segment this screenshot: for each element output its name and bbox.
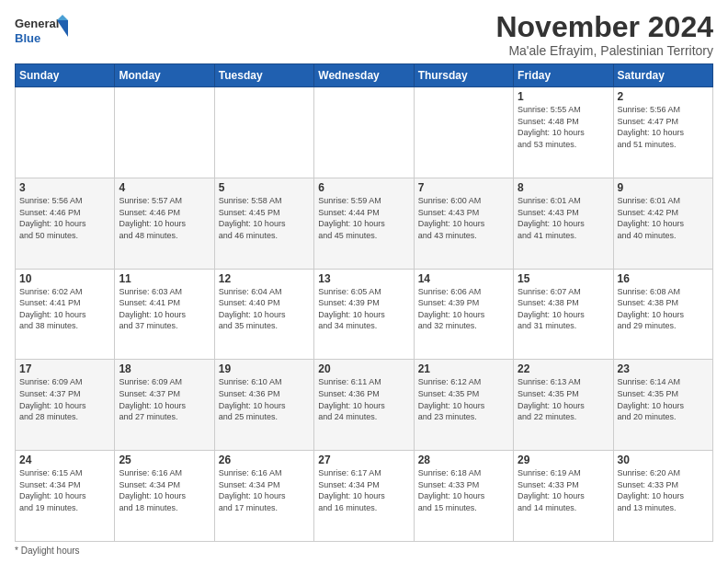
day-number: 9 [618,181,709,194]
logo-area: General Blue [15,11,70,52]
day-info: Sunrise: 6:05 AM Sunset: 4:39 PM Dayligh… [318,286,409,332]
table-row: 26Sunrise: 6:16 AM Sunset: 4:34 PM Dayli… [214,451,313,542]
day-number: 6 [318,181,409,194]
table-row: 20Sunrise: 6:11 AM Sunset: 4:36 PM Dayli… [314,360,414,451]
day-number: 2 [618,90,709,103]
svg-text:Blue: Blue [15,31,40,45]
col-thursday: Thursday [414,64,513,87]
day-info: Sunrise: 6:09 AM Sunset: 4:37 PM Dayligh… [119,376,210,422]
day-number: 12 [219,272,310,285]
col-friday: Friday [514,64,613,87]
day-info: Sunrise: 6:06 AM Sunset: 4:39 PM Dayligh… [418,286,509,332]
svg-text:General: General [15,17,59,30]
day-info: Sunrise: 6:02 AM Sunset: 4:41 PM Dayligh… [19,286,110,332]
day-info: Sunrise: 6:17 AM Sunset: 4:34 PM Dayligh… [318,467,409,513]
table-row: 21Sunrise: 6:12 AM Sunset: 4:35 PM Dayli… [414,360,513,451]
table-row: 1Sunrise: 5:55 AM Sunset: 4:48 PM Daylig… [514,87,613,178]
day-number: 3 [19,181,110,194]
table-row: 7Sunrise: 6:00 AM Sunset: 4:43 PM Daylig… [414,178,513,269]
day-number: 26 [219,454,310,466]
day-number: 7 [418,181,509,194]
day-number: 8 [518,181,609,194]
calendar-week-1: 1Sunrise: 5:55 AM Sunset: 4:48 PM Daylig… [16,87,713,178]
table-row: 18Sunrise: 6:09 AM Sunset: 4:37 PM Dayli… [115,360,214,451]
day-info: Sunrise: 6:15 AM Sunset: 4:34 PM Dayligh… [19,467,110,513]
table-row: 13Sunrise: 6:05 AM Sunset: 4:39 PM Dayli… [314,269,414,360]
day-info: Sunrise: 6:08 AM Sunset: 4:38 PM Dayligh… [618,286,709,332]
day-info: Sunrise: 5:58 AM Sunset: 4:45 PM Dayligh… [219,195,310,241]
day-info: Sunrise: 5:55 AM Sunset: 4:48 PM Dayligh… [518,104,609,150]
table-row: 29Sunrise: 6:19 AM Sunset: 4:33 PM Dayli… [514,451,613,542]
table-row: 19Sunrise: 6:10 AM Sunset: 4:36 PM Dayli… [214,360,313,451]
col-wednesday: Wednesday [314,64,414,87]
footer-note: * Daylight hours [15,546,713,556]
day-number: 1 [518,90,609,103]
day-info: Sunrise: 6:09 AM Sunset: 4:37 PM Dayligh… [19,376,110,422]
day-info: Sunrise: 6:16 AM Sunset: 4:34 PM Dayligh… [119,467,210,513]
day-number: 29 [518,454,609,466]
table-row: 12Sunrise: 6:04 AM Sunset: 4:40 PM Dayli… [214,269,313,360]
table-row: 16Sunrise: 6:08 AM Sunset: 4:38 PM Dayli… [613,269,712,360]
col-tuesday: Tuesday [214,64,313,87]
logo-icon: General Blue [15,11,70,48]
day-number: 30 [618,454,709,466]
day-info: Sunrise: 6:04 AM Sunset: 4:40 PM Dayligh… [219,286,310,332]
day-number: 19 [219,362,310,375]
calendar-week-4: 17Sunrise: 6:09 AM Sunset: 4:37 PM Dayli… [16,360,713,451]
day-number: 20 [318,362,409,375]
logo: General Blue [15,11,70,52]
table-row: 5Sunrise: 5:58 AM Sunset: 4:45 PM Daylig… [214,178,313,269]
day-info: Sunrise: 5:57 AM Sunset: 4:46 PM Dayligh… [119,195,210,241]
table-row: 17Sunrise: 6:09 AM Sunset: 4:37 PM Dayli… [16,360,115,451]
day-info: Sunrise: 6:18 AM Sunset: 4:33 PM Dayligh… [418,467,509,513]
table-row [414,87,513,178]
day-info: Sunrise: 6:19 AM Sunset: 4:33 PM Dayligh… [518,467,609,513]
day-info: Sunrise: 5:56 AM Sunset: 4:46 PM Dayligh… [19,195,110,241]
table-row: 9Sunrise: 6:01 AM Sunset: 4:42 PM Daylig… [613,178,712,269]
table-row: 4Sunrise: 5:57 AM Sunset: 4:46 PM Daylig… [115,178,214,269]
table-row: 23Sunrise: 6:14 AM Sunset: 4:35 PM Dayli… [613,360,712,451]
day-number: 23 [618,362,709,375]
table-row: 27Sunrise: 6:17 AM Sunset: 4:34 PM Dayli… [314,451,414,542]
day-info: Sunrise: 6:10 AM Sunset: 4:36 PM Dayligh… [219,376,310,422]
table-row: 30Sunrise: 6:20 AM Sunset: 4:33 PM Dayli… [613,451,712,542]
col-saturday: Saturday [613,64,712,87]
daylight-label: Daylight hours [21,546,80,556]
day-info: Sunrise: 6:14 AM Sunset: 4:35 PM Dayligh… [618,376,709,422]
calendar-week-3: 10Sunrise: 6:02 AM Sunset: 4:41 PM Dayli… [16,269,713,360]
day-info: Sunrise: 6:12 AM Sunset: 4:35 PM Dayligh… [418,376,509,422]
table-row: 8Sunrise: 6:01 AM Sunset: 4:43 PM Daylig… [514,178,613,269]
day-number: 18 [119,362,210,375]
calendar-week-5: 24Sunrise: 6:15 AM Sunset: 4:34 PM Dayli… [16,451,713,542]
day-number: 25 [119,454,210,466]
table-row: 24Sunrise: 6:15 AM Sunset: 4:34 PM Dayli… [16,451,115,542]
location-title: Ma'ale Efrayim, Palestinian Territory [495,43,713,58]
day-info: Sunrise: 6:01 AM Sunset: 4:43 PM Dayligh… [518,195,609,241]
col-sunday: Sunday [16,64,115,87]
day-info: Sunrise: 6:07 AM Sunset: 4:38 PM Dayligh… [518,286,609,332]
day-number: 13 [318,272,409,285]
table-row: 2Sunrise: 5:56 AM Sunset: 4:47 PM Daylig… [613,87,712,178]
table-row: 6Sunrise: 5:59 AM Sunset: 4:44 PM Daylig… [314,178,414,269]
day-number: 10 [19,272,110,285]
day-info: Sunrise: 5:59 AM Sunset: 4:44 PM Dayligh… [318,195,409,241]
table-row: 10Sunrise: 6:02 AM Sunset: 4:41 PM Dayli… [16,269,115,360]
day-info: Sunrise: 6:11 AM Sunset: 4:36 PM Dayligh… [318,376,409,422]
title-area: November 2024 Ma'ale Efrayim, Palestinia… [495,11,713,58]
table-row [314,87,414,178]
page: General Blue November 2024 Ma'ale Efrayi… [0,0,728,563]
day-number: 4 [119,181,210,194]
day-info: Sunrise: 5:56 AM Sunset: 4:47 PM Dayligh… [618,104,709,150]
day-number: 5 [219,181,310,194]
day-number: 24 [19,454,110,466]
day-number: 14 [418,272,509,285]
day-info: Sunrise: 6:20 AM Sunset: 4:33 PM Dayligh… [618,467,709,513]
day-number: 21 [418,362,509,375]
month-title: November 2024 [495,11,713,43]
day-info: Sunrise: 6:16 AM Sunset: 4:34 PM Dayligh… [219,467,310,513]
table-row: 3Sunrise: 5:56 AM Sunset: 4:46 PM Daylig… [16,178,115,269]
day-info: Sunrise: 6:01 AM Sunset: 4:42 PM Dayligh… [618,195,709,241]
table-row [16,87,115,178]
table-row: 11Sunrise: 6:03 AM Sunset: 4:41 PM Dayli… [115,269,214,360]
day-number: 11 [119,272,210,285]
